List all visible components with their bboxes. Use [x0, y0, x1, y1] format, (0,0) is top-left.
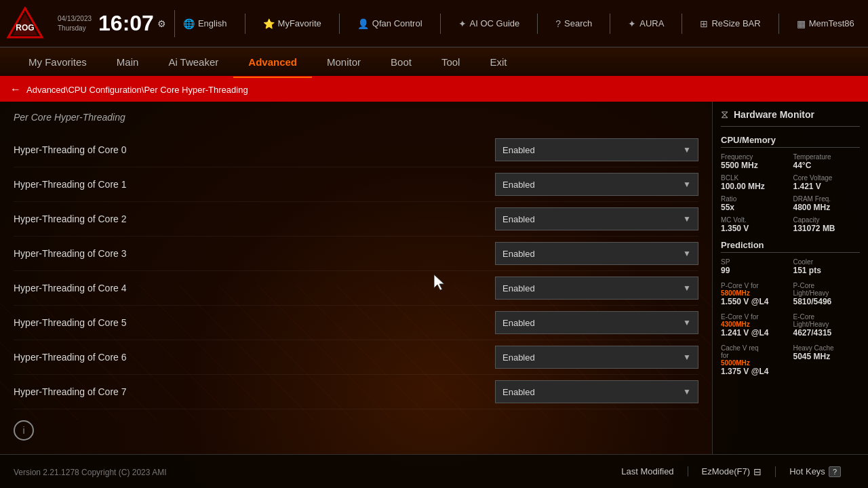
setting-row: Hyper-Threading of Core 2 Enabled ▼	[14, 202, 698, 237]
nav-aura[interactable]: ✦ AURA	[628, 18, 664, 29]
memtest-label: MemTest86	[809, 18, 854, 28]
last-modified-button[interactable]: Last Modified	[608, 466, 688, 476]
dropdown-core4[interactable]: Enabled ▼	[495, 277, 698, 300]
ratio-label: Ratio	[721, 195, 788, 203]
ecore-v-cell: E-Core V for 4300MHz 1.241 V @L4	[721, 313, 788, 338]
info-icon: i	[22, 425, 24, 436]
ezmode-button[interactable]: EzMode(F7) ⊟	[688, 466, 776, 477]
setting-label-core1: Hyper-Threading of Core 1	[14, 179, 127, 190]
nav-aioc[interactable]: ✦ AI OC Guide	[458, 18, 520, 29]
time-settings-icon[interactable]: ⚙	[157, 18, 166, 29]
sp-label: SP	[721, 258, 788, 266]
setting-label-core0: Hyper-Threading of Core 0	[14, 144, 127, 155]
dropdown-arrow: ▼	[683, 249, 691, 258]
rog-logo: ROG	[7, 7, 44, 41]
dropdown-core5[interactable]: Enabled ▼	[495, 311, 698, 334]
nav-exit[interactable]: Exit	[475, 47, 521, 77]
hotkeys-button[interactable]: Hot Keys ?	[776, 466, 854, 477]
breadcrumb-back-arrow[interactable]: ←	[10, 83, 21, 96]
nav-monitor[interactable]: Monitor	[312, 47, 376, 77]
dropdown-core1[interactable]: Enabled ▼	[495, 173, 698, 196]
pcore-v-val: 1.550 V @L4	[721, 297, 788, 306]
setting-label-core2: Hyper-Threading of Core 2	[14, 214, 127, 224]
section-title: Per Core Hyper-Threading	[14, 112, 698, 123]
hardware-monitor-panel: ⧖ Hardware Monitor CPU/Memory Frequency …	[712, 102, 868, 454]
divider	[537, 14, 538, 34]
dropdown-arrow: ▼	[683, 145, 691, 155]
content-area: Per Core Hyper-Threading Hyper-Threading…	[0, 102, 868, 454]
divider	[174, 10, 175, 37]
info-button[interactable]: i	[14, 420, 34, 441]
resizebar-icon: ⊞	[700, 18, 708, 29]
pcore-lh-cell: P-CoreLight/Heavy 5810/5496	[793, 282, 861, 306]
aioc-label: AI OC Guide	[470, 18, 520, 28]
dropdown-value-core4: Enabled	[502, 283, 535, 293]
bclk-value: 100.00 MHz	[721, 182, 788, 191]
main-nav: My Favorites Main Ai Tweaker Advanced Mo…	[0, 47, 868, 77]
nav-main[interactable]: Main	[102, 47, 154, 77]
aura-label: AURA	[639, 18, 664, 28]
breadcrumb-path: Advanced\CPU Configuration\Per Core Hype…	[26, 85, 248, 95]
dropdown-core2[interactable]: Enabled ▼	[495, 207, 698, 230]
dropdown-core7[interactable]: Enabled ▼	[495, 380, 698, 403]
qfan-icon: 👤	[357, 18, 369, 29]
nav-search[interactable]: ? Search	[555, 18, 592, 29]
setting-label-core6: Hyper-Threading of Core 6	[14, 352, 127, 363]
logo-area: ROG	[7, 7, 44, 41]
hw-monitor-header: ⧖ Hardware Monitor	[721, 108, 860, 127]
frequency-cell: Frequency 5500 MHz	[721, 153, 788, 170]
dropdown-core6[interactable]: Enabled ▼	[495, 346, 698, 369]
date-display: 04/13/2023 Thursday	[58, 14, 92, 33]
dropdown-arrow: ▼	[683, 283, 691, 293]
nav-boot[interactable]: Boot	[376, 47, 427, 77]
qfan-label: Qfan Control	[372, 18, 422, 28]
cooler-label: Cooler	[793, 258, 861, 266]
pcore-v-label: P-Core V for	[721, 282, 788, 289]
dropdown-value-core0: Enabled	[502, 145, 535, 155]
setting-row: Hyper-Threading of Core 5 Enabled ▼	[14, 306, 698, 340]
core-voltage-value: 1.421 V	[793, 182, 861, 191]
nav-favorites[interactable]: My Favorites	[14, 47, 102, 77]
cpu-memory-section-title: CPU/Memory	[721, 135, 860, 148]
dram-freq-label: DRAM Freq.	[793, 195, 861, 203]
nav-myfavorite[interactable]: ⭐ MyFavorite	[263, 18, 321, 29]
heavy-cache-cell: Heavy Cache 5045 MHz	[793, 344, 861, 376]
dropdown-value-core5: Enabled	[502, 318, 535, 328]
temperature-cell: Temperature 44°C	[793, 153, 861, 170]
dropdown-core3[interactable]: Enabled ▼	[495, 242, 698, 265]
nav-language[interactable]: 🌐 English	[183, 18, 227, 29]
top-nav: 🌐 English ⭐ MyFavorite 👤 Qfan Control ✦ …	[183, 14, 861, 34]
breadcrumb: ← Advanced\CPU Configuration\Per Core Hy…	[0, 77, 868, 102]
nav-qfan[interactable]: 👤 Qfan Control	[357, 18, 422, 29]
pcore-v-cell: P-Core V for 5800MHz 1.550 V @L4	[721, 282, 788, 306]
search-icon: ?	[555, 18, 561, 29]
prediction-section-title: Prediction	[721, 240, 860, 253]
pcore-lh-value: 5810/5496	[793, 297, 861, 306]
last-modified-label: Last Modified	[621, 466, 673, 476]
nav-aitweaker[interactable]: Ai Tweaker	[153, 47, 233, 77]
ezmode-label: EzMode(F7)	[702, 466, 751, 476]
dropdown-value-core3: Enabled	[502, 249, 535, 259]
prediction-sp-grid: SP 99 Cooler 151 pts	[721, 258, 860, 275]
mc-volt-value: 1.350 V	[721, 224, 788, 233]
left-panel: Per Core Hyper-Threading Hyper-Threading…	[0, 102, 712, 454]
divider	[682, 14, 682, 34]
nav-advanced[interactable]: Advanced	[233, 47, 312, 77]
mc-volt-label: MC Volt.	[721, 216, 788, 224]
setting-label-core4: Hyper-Threading of Core 4	[14, 283, 127, 293]
hotkeys-label: Hot Keys	[789, 466, 825, 476]
dropdown-value-core2: Enabled	[502, 214, 535, 224]
cpu-memory-grid: Frequency 5500 MHz Temperature 44°C BCLK…	[721, 153, 860, 233]
nav-memtest[interactable]: ▦ MemTest86	[797, 18, 854, 29]
divider	[440, 14, 441, 34]
sp-value: 99	[721, 266, 788, 275]
cooler-cell: Cooler 151 pts	[793, 258, 861, 275]
hw-monitor-title: Hardware Monitor	[734, 109, 814, 120]
cooler-value: 151 pts	[793, 266, 861, 275]
core-voltage-cell: Core Voltage 1.421 V	[793, 174, 861, 191]
nav-resizebar[interactable]: ⊞ ReSize BAR	[700, 18, 760, 29]
nav-tool[interactable]: Tool	[427, 47, 475, 77]
dropdown-arrow: ▼	[683, 352, 691, 362]
capacity-value: 131072 MB	[793, 224, 861, 233]
dropdown-core0[interactable]: Enabled ▼	[495, 138, 698, 161]
